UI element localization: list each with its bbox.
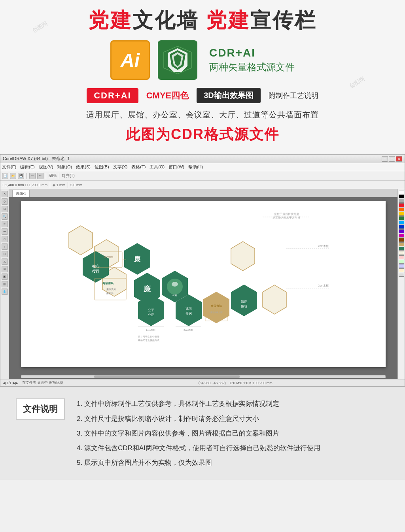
swatch-orange[interactable] xyxy=(399,208,404,211)
svg-text:务实: 务实 xyxy=(185,311,192,315)
note-3: 3. 文件中的文字和图片内容仅供参考，图片请根据自己的文案和图片 xyxy=(77,428,389,439)
canvas-content: 竖栏于最后拼接宽度 第五块内容水平方向拼 2cm木框 2cm木框 xyxy=(21,201,386,367)
smart-tool[interactable]: 〜 xyxy=(2,228,8,235)
redo-btn[interactable]: ↪ xyxy=(37,173,44,179)
menu-file[interactable]: 文件(F) xyxy=(2,164,16,170)
swatch-purple[interactable] xyxy=(399,229,404,233)
divider-2 xyxy=(46,173,46,179)
new-btn[interactable]: 📄 xyxy=(2,173,8,179)
swatch-cyan[interactable] xyxy=(399,221,404,224)
swatch-light-green[interactable] xyxy=(399,260,404,264)
swatch-gold[interactable] xyxy=(399,242,404,246)
menu-effect[interactable]: 效果(S) xyxy=(76,164,91,170)
svg-text:公平: 公平 xyxy=(148,308,154,312)
window-buttons: ─ □ ✕ xyxy=(382,156,402,162)
swatch-cream[interactable] xyxy=(399,251,404,255)
close-button[interactable]: ✕ xyxy=(396,156,402,162)
menu-bitmap[interactable]: 位图(B) xyxy=(95,164,109,170)
svg-text:清正: 清正 xyxy=(241,300,247,304)
table-tool[interactable]: ⊞ xyxy=(2,266,8,272)
menu-table[interactable]: 表格(T) xyxy=(131,164,146,170)
svg-text:荷花: 荷花 xyxy=(172,294,177,296)
menu-tools[interactable]: 工具(O) xyxy=(150,164,165,170)
cdr-source-title: 此图为CDR格式源文件 xyxy=(16,125,389,144)
page-tab-1[interactable]: 页面-1 xyxy=(12,190,30,197)
minimize-button[interactable]: ─ xyxy=(382,156,388,162)
svg-text:廉明: 廉明 xyxy=(241,305,247,308)
zoom-display: 56% xyxy=(49,174,57,178)
open-btn[interactable]: 📂 xyxy=(10,173,16,179)
coords: (64.930, -46.882) xyxy=(199,381,226,385)
swatch-blue[interactable] xyxy=(399,225,404,229)
menu-window[interactable]: 窗口(W) xyxy=(168,164,184,170)
menu-help[interactable]: 帮助(H) xyxy=(188,164,203,170)
ai-icon: Ai xyxy=(110,40,150,80)
subtitle: 适用展厅、展馆、办公室、会议室、大厅、过道等公共墙面布置 xyxy=(16,109,389,120)
menu-text[interactable]: 文字(X) xyxy=(113,164,128,170)
swatch-red[interactable] xyxy=(399,203,404,207)
shape-tool[interactable]: ◇ xyxy=(2,198,8,205)
swatch-silver[interactable] xyxy=(399,273,404,277)
swatch-yellow[interactable] xyxy=(399,212,404,216)
main-title: 党建文化墙 党建宣传栏 xyxy=(16,8,389,32)
zoom-tool[interactable]: 🔍 xyxy=(2,213,8,220)
bottom-section: 文件说明 1. 文件中所标制作工艺仅供参考，具体制作工艺要根据实际情况制定 2.… xyxy=(0,387,405,480)
svg-text:奉公执法: 奉公执法 xyxy=(211,304,222,307)
swatch-brown[interactable] xyxy=(399,238,404,242)
divider-5 xyxy=(68,182,68,188)
select-tool[interactable]: ↖ xyxy=(2,191,8,197)
restore-button[interactable]: □ xyxy=(389,156,395,162)
polygon-tool[interactable]: ⬡ xyxy=(2,251,8,257)
dropper-tool[interactable]: 💧 xyxy=(2,289,8,295)
freehand-tool[interactable]: ✏ xyxy=(2,221,8,227)
crop-tool[interactable]: ⊡ xyxy=(2,206,8,212)
text-tool[interactable]: A xyxy=(2,258,8,265)
divider-1 xyxy=(26,173,27,179)
svg-text:行行: 行行 xyxy=(92,269,100,273)
icons-row: Ai CDR+AI 两种矢量格式源文件 xyxy=(16,40,389,80)
divider-4 xyxy=(50,182,50,188)
svg-marker-13 xyxy=(69,226,93,255)
note-4: 4. 源文件包含CDR和AI两种文件格式，使用者可自行选择自己熟悉的软件进行使用 xyxy=(77,443,389,453)
swatch-black[interactable] xyxy=(399,194,404,198)
swatch-teal[interactable] xyxy=(399,247,404,251)
format-label: CDR+AI xyxy=(209,47,295,59)
svg-text:竖栏于最后拼接宽度: 竖栏于最后拼接宽度 xyxy=(274,213,299,216)
svg-text:2cm木框: 2cm木框 xyxy=(318,245,329,247)
swatch-light-blue[interactable] xyxy=(399,264,404,268)
corel-window: CorelDRAW X7 (64-bit) - 未命名 -1 ─ □ ✕ 文件(… xyxy=(0,154,405,387)
svg-text:廉: 廉 xyxy=(143,285,151,293)
fill-tool[interactable]: ▣ xyxy=(2,274,8,280)
note-1: 1. 文件中所标制作工艺仅供参考，具体制作工艺要根据实际情况制定 xyxy=(77,398,389,409)
menu-object[interactable]: 对象(O) xyxy=(57,164,72,170)
svg-text:两袖清风: 两袖清风 xyxy=(102,281,114,285)
svg-text:诚信: 诚信 xyxy=(185,307,192,310)
swatch-gray[interactable] xyxy=(399,199,404,203)
swatch-peach[interactable] xyxy=(399,268,404,272)
cdr-icon xyxy=(158,40,197,80)
swatch-green[interactable] xyxy=(399,216,404,220)
svg-text:廉: 廉 xyxy=(134,255,141,262)
rect-tool[interactable]: □ xyxy=(2,236,8,242)
file-label: 文件说明 xyxy=(16,398,65,420)
left-toolbox: ↖ ◇ ⊡ 🔍 ✏ 〜 □ ○ ⬡ A ⊞ ▣ ◫ 💧 xyxy=(0,189,9,379)
menu-view[interactable]: 视图(V) xyxy=(39,164,53,170)
undo-btn[interactable]: ↩ xyxy=(29,173,36,179)
size-display-1: □ 1,400.0 mm xyxy=(2,183,24,187)
menu-edit[interactable]: 编辑(E) xyxy=(20,164,35,170)
snap-display: 对齐(T) xyxy=(62,173,75,179)
hscrollbar[interactable] xyxy=(21,375,386,378)
swatch-magenta[interactable] xyxy=(399,234,404,238)
window-title: CorelDRAW X7 (64-bit) - 未命名 -1 xyxy=(3,156,379,162)
svg-point-34 xyxy=(172,282,178,287)
save-btn[interactable]: 💾 xyxy=(18,173,24,179)
size-display-2: □ 1,200.0 mm xyxy=(25,183,47,187)
swatch-white[interactable] xyxy=(399,190,404,194)
outline-tool[interactable]: ◫ xyxy=(2,281,8,287)
screenshot-section: CorelDRAW X7 (64-bit) - 未命名 -1 ─ □ ✕ 文件(… xyxy=(0,154,405,387)
svg-marker-42 xyxy=(203,292,229,323)
swatch-pink[interactable] xyxy=(399,255,404,259)
svg-text:播图平: 播图平 xyxy=(106,292,114,294)
svg-text:第五块内容水平方向拼: 第五块内容水平方向拼 xyxy=(273,216,300,219)
ellipse-tool[interactable]: ○ xyxy=(2,243,8,250)
